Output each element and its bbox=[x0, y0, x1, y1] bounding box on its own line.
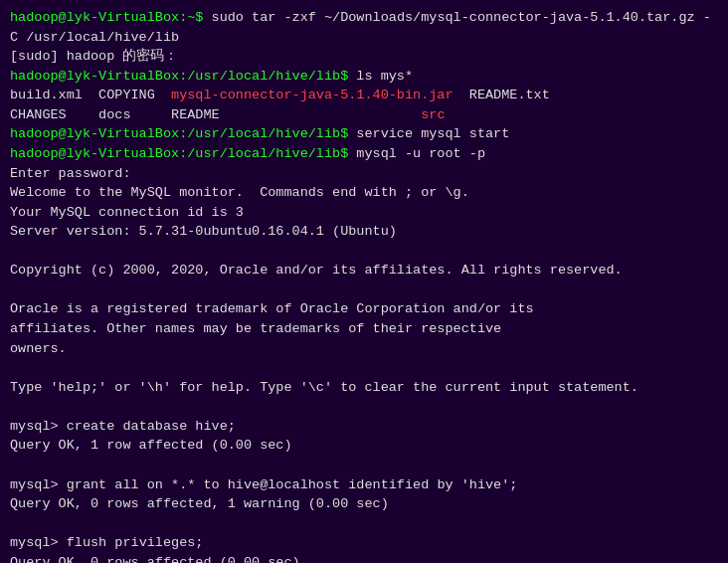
terminal-line: Query OK, 0 rows affected, 1 warning (0.… bbox=[10, 494, 718, 514]
terminal-line: Your MySQL connection id is 3 bbox=[10, 203, 718, 223]
terminal-line: Oracle is a registered trademark of Orac… bbox=[10, 299, 718, 319]
terminal-line bbox=[10, 514, 718, 534]
terminal-line: CHANGES docs README src bbox=[10, 105, 718, 125]
terminal-line: Copyright (c) 2000, 2020, Oracle and/or … bbox=[10, 261, 718, 281]
terminal-line bbox=[10, 456, 718, 475]
terminal-line bbox=[10, 397, 718, 417]
terminal-line bbox=[10, 281, 718, 300]
terminal-line: Query OK, 1 row affected (0.00 sec) bbox=[10, 436, 718, 456]
terminal-line: mysql> flush privileges; bbox=[10, 533, 718, 553]
terminal-line: hadoop@lyk-VirtualBox:/usr/local/hive/li… bbox=[10, 144, 718, 164]
terminal-line: hadoop@lyk-VirtualBox:/usr/local/hive/li… bbox=[10, 124, 718, 144]
terminal-line: Query OK, 0 rows affected (0.00 sec) bbox=[10, 553, 718, 563]
terminal-output: hadoop@lyk-VirtualBox:~$ sudo tar -zxf ~… bbox=[10, 8, 718, 563]
terminal-line: Server version: 5.7.31-0ubuntu0.16.04.1 … bbox=[10, 222, 718, 242]
terminal-line: build.xml COPYING mysql-connector-java-5… bbox=[10, 86, 718, 105]
terminal-line: Enter password: bbox=[10, 164, 718, 184]
terminal-line: [sudo] hadoop 的密码： bbox=[10, 47, 718, 67]
terminal-line: Type 'help;' or '\h' for help. Type '\c'… bbox=[10, 378, 718, 398]
terminal-line: affiliates. Other names may be trademark… bbox=[10, 319, 718, 339]
terminal-window[interactable]: hadoop@lyk-VirtualBox:~$ sudo tar -zxf ~… bbox=[0, 0, 728, 563]
terminal-line: hadoop@lyk-VirtualBox:~$ sudo tar -zxf ~… bbox=[10, 8, 718, 47]
terminal-line: mysql> grant all on *.* to hive@localhos… bbox=[10, 475, 718, 495]
terminal-line bbox=[10, 242, 718, 262]
terminal-line bbox=[10, 358, 718, 378]
terminal-line: owners. bbox=[10, 339, 718, 359]
terminal-line: mysql> create database hive; bbox=[10, 417, 718, 437]
terminal-line: Welcome to the MySQL monitor. Commands e… bbox=[10, 183, 718, 203]
terminal-line: hadoop@lyk-VirtualBox:/usr/local/hive/li… bbox=[10, 67, 718, 87]
